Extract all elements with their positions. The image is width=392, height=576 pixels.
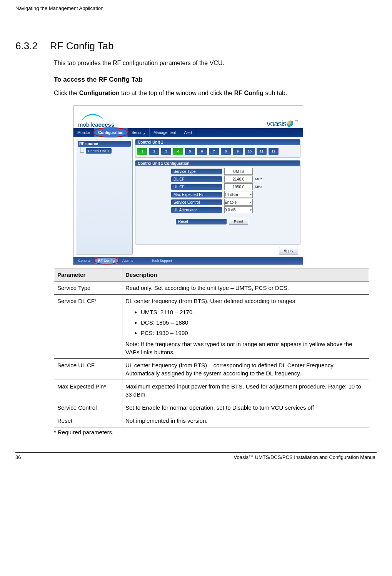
swirl-icon bbox=[287, 121, 294, 127]
table-row: Max Expected Pin* Maximum expected input… bbox=[54, 380, 369, 401]
tm-mark: ™ bbox=[295, 119, 298, 123]
configuration-tab-ref: Configuration bbox=[79, 90, 120, 96]
table-row: Service Control Set to Enable for normal… bbox=[54, 401, 369, 414]
label-service-control: Service Control bbox=[171, 199, 222, 205]
text: Note: If the frequency that was typed is… bbox=[125, 340, 366, 356]
subtab-general[interactable]: General bbox=[75, 258, 93, 264]
cell-description: Maximum expected input power from the BT… bbox=[122, 380, 369, 401]
label-dl-cf: DL CF bbox=[171, 176, 222, 182]
label-ul-attenuator: UL Attenuator bbox=[171, 207, 222, 213]
row-ul-cf: UL CF 1950.0 MHz bbox=[171, 183, 264, 190]
apply-button[interactable]: Apply bbox=[279, 247, 298, 255]
page-number: 36 bbox=[15, 454, 21, 460]
select-ul-attenuator[interactable]: 0.0 dB bbox=[224, 206, 253, 213]
text: sub tab. bbox=[264, 90, 287, 96]
footer-title: Voasis™ UMTS/DCS/PCS Installation and Co… bbox=[234, 454, 377, 460]
subtab-rf-config[interactable]: RF Config bbox=[95, 258, 118, 264]
tab-alert[interactable]: Alert bbox=[180, 128, 196, 137]
list-item: UMTS: 2110 – 2170 bbox=[141, 308, 366, 316]
vap-button-4[interactable]: 4 bbox=[173, 147, 183, 155]
parameters-table: Parameter Description Service Type Read … bbox=[54, 268, 369, 427]
mobileaccess-logo: mobileaccess bbox=[78, 115, 114, 128]
section-number: 6.3.2 bbox=[15, 40, 38, 52]
cell-description: Not implemented in this version. bbox=[122, 414, 369, 427]
table-row: Reset Not implemented in this version. bbox=[54, 414, 369, 427]
cell-description: Set to Enable for normal operation, set … bbox=[122, 401, 369, 414]
row-ul-attenuator: UL Attenuator 0.0 dB bbox=[171, 206, 264, 213]
list-item: DCS: 1805 – 1880 bbox=[141, 318, 366, 327]
vap-button-8[interactable]: 8 bbox=[220, 147, 231, 155]
vap-button-3[interactable]: 3 bbox=[161, 147, 172, 155]
cell-parameter: Reset bbox=[54, 414, 122, 427]
rfconfig-subtab-ref: RF Config bbox=[234, 90, 264, 96]
text: DL center frequency (from BTS). User def… bbox=[125, 297, 366, 305]
row-service-control: Service Control Enable bbox=[171, 199, 264, 206]
subtab-alarms[interactable]: Alarms bbox=[119, 258, 136, 264]
section-intro: This tab provides the RF configuration p… bbox=[54, 59, 377, 67]
vap-button-5[interactable]: 5 bbox=[185, 147, 195, 155]
logo-text: access bbox=[95, 121, 114, 128]
cell-parameter: Service UL CF bbox=[54, 359, 122, 380]
range-list: UMTS: 2110 – 2170 DCS: 1805 – 1880 PCS: … bbox=[141, 308, 366, 337]
select-service-control[interactable]: Enable bbox=[224, 199, 253, 206]
vap-button-10[interactable]: 10 bbox=[244, 147, 255, 155]
input-dl-cf[interactable]: 2140.0 bbox=[224, 176, 253, 183]
cell-description: DL center frequency (from BTS). User def… bbox=[122, 295, 369, 359]
panel-title: Control Unit 1 bbox=[135, 139, 300, 145]
row-max-pin: Max Expected Pin 14 dBm bbox=[171, 191, 264, 198]
sidebar-title: RF source bbox=[78, 141, 131, 147]
logo-text: mobile bbox=[78, 121, 95, 128]
app-screenshot: mobileaccess voasis ™ Monitor Configurat… bbox=[73, 105, 303, 265]
access-heading: To access the RF Config Tab bbox=[54, 76, 377, 84]
page-footer: 36 Voasis™ UMTS/DCS/PCS Installation and… bbox=[15, 452, 377, 460]
vap-row: 1 2 3 4 5 6 7 8 9 10 11 12 bbox=[137, 147, 299, 156]
logo-text: voasis bbox=[267, 119, 286, 128]
vap-button-6[interactable]: 6 bbox=[197, 147, 207, 155]
running-header: Navigating the Management Application bbox=[15, 5, 377, 13]
table-row: Service DL CF* DL center frequency (from… bbox=[54, 295, 369, 359]
select-max-pin[interactable]: 14 dBm bbox=[224, 191, 253, 198]
section-title: RF Config Tab bbox=[50, 40, 114, 52]
app-header: mobileaccess voasis ™ bbox=[73, 106, 303, 128]
panel-control-unit: Control Unit 1 1 2 3 4 5 6 7 8 9 10 11 1… bbox=[135, 139, 300, 158]
tab-security[interactable]: Security bbox=[128, 128, 150, 137]
tree-connector-icon bbox=[80, 147, 84, 152]
tab-configuration[interactable]: Configuration bbox=[94, 128, 128, 137]
main-tabbar: Monitor Configuration Security Managemen… bbox=[73, 128, 303, 137]
label-reset: Reset bbox=[176, 219, 227, 224]
list-item: PCS: 1930 – 1990 bbox=[141, 329, 366, 337]
th-description: Description bbox=[122, 268, 369, 281]
vap-button-11[interactable]: 11 bbox=[256, 147, 267, 155]
vap-button-7[interactable]: 7 bbox=[209, 147, 219, 155]
unit-dl-cf: MHz bbox=[255, 177, 264, 181]
vap-button-1[interactable]: 1 bbox=[137, 147, 148, 155]
label-service-type: Service Type bbox=[171, 169, 222, 174]
cell-description: Read only. Set according to the unit typ… bbox=[122, 281, 369, 295]
reset-button[interactable]: Reset bbox=[229, 218, 248, 225]
value-service-type: UMTS bbox=[224, 168, 253, 175]
cell-description: UL center frequency (from BTS) – corresp… bbox=[122, 359, 369, 380]
text: Click the bbox=[54, 90, 79, 96]
vap-button-12[interactable]: 12 bbox=[268, 147, 279, 155]
sidebar-node-control-unit-1[interactable]: Control Unit 1 bbox=[86, 148, 112, 154]
vap-button-2[interactable]: 2 bbox=[149, 147, 160, 155]
table-row: Service UL CF UL center frequency (from … bbox=[54, 359, 369, 380]
sidebar: RF source Control Unit 1 bbox=[76, 139, 133, 255]
row-service-type: Service Type UMTS bbox=[171, 168, 264, 175]
table-row: Service Type Read only. Set according to… bbox=[54, 281, 369, 295]
sub-tabbar: General RF Config Alarms Tech Support bbox=[73, 257, 303, 265]
cell-parameter: Service Type bbox=[54, 281, 122, 295]
cell-parameter: Service DL CF* bbox=[54, 295, 122, 359]
panel-title: Control Unit 1 Configuration bbox=[135, 161, 300, 166]
access-instructions: Click the Configuration tab at the top o… bbox=[54, 89, 377, 97]
value-ul-cf: 1950.0 bbox=[224, 183, 253, 190]
vap-button-9[interactable]: 9 bbox=[232, 147, 243, 155]
th-parameter: Parameter bbox=[54, 268, 122, 281]
tab-monitor[interactable]: Monitor bbox=[73, 128, 94, 137]
tab-management[interactable]: Management bbox=[150, 128, 180, 137]
row-dl-cf: DL CF 2140.0 MHz bbox=[171, 176, 264, 183]
panel-configuration: Control Unit 1 Configuration Service Typ… bbox=[135, 160, 300, 244]
label-ul-cf: UL CF bbox=[171, 184, 222, 190]
row-reset: Reset Reset bbox=[176, 218, 260, 225]
subtab-tech-support[interactable]: Tech Support bbox=[148, 258, 175, 264]
